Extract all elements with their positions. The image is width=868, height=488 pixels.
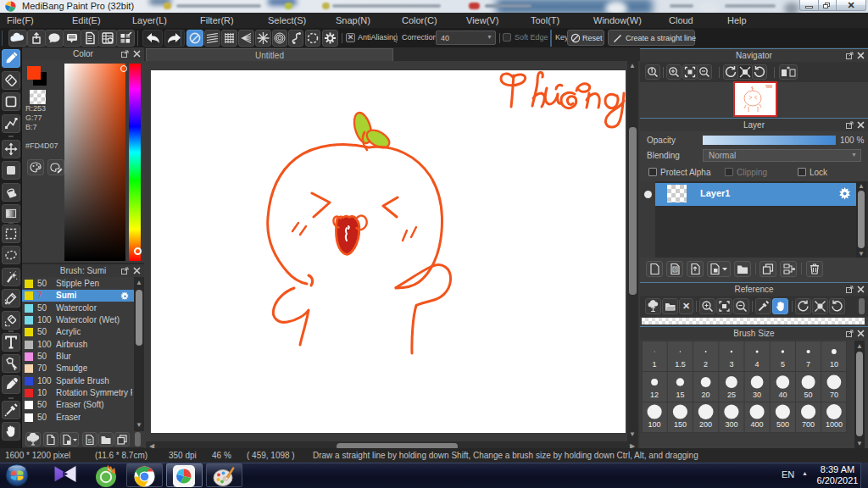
svg-text:7: 7 bbox=[806, 360, 810, 369]
svg-text:700: 700 bbox=[802, 420, 815, 429]
svg-text:70: 70 bbox=[830, 391, 838, 399]
svg-text:25: 25 bbox=[727, 391, 736, 399]
svg-text:2: 2 bbox=[704, 360, 708, 369]
svg-text:4: 4 bbox=[755, 360, 760, 369]
svg-text:8: 8 bbox=[674, 267, 676, 272]
svg-text:300: 300 bbox=[725, 420, 737, 429]
svg-text:500: 500 bbox=[776, 420, 789, 429]
svg-text:1.5: 1.5 bbox=[675, 360, 686, 369]
svg-text:15: 15 bbox=[676, 391, 684, 399]
svg-text:1000: 1000 bbox=[826, 420, 843, 429]
svg-text:30: 30 bbox=[753, 391, 761, 399]
svg-text:150: 150 bbox=[674, 420, 687, 429]
svg-text:200: 200 bbox=[699, 420, 712, 429]
svg-text:12: 12 bbox=[650, 391, 659, 399]
svg-text:100: 100 bbox=[648, 420, 661, 429]
svg-text:40: 40 bbox=[778, 391, 787, 399]
svg-text:400: 400 bbox=[751, 420, 764, 429]
svg-text:3: 3 bbox=[729, 360, 733, 369]
svg-text:5: 5 bbox=[781, 360, 785, 369]
svg-text:20: 20 bbox=[702, 391, 710, 399]
svg-text:1: 1 bbox=[653, 360, 657, 369]
svg-text:10: 10 bbox=[830, 360, 838, 369]
svg-text:S: S bbox=[88, 438, 92, 444]
svg-text:50: 50 bbox=[804, 391, 813, 399]
